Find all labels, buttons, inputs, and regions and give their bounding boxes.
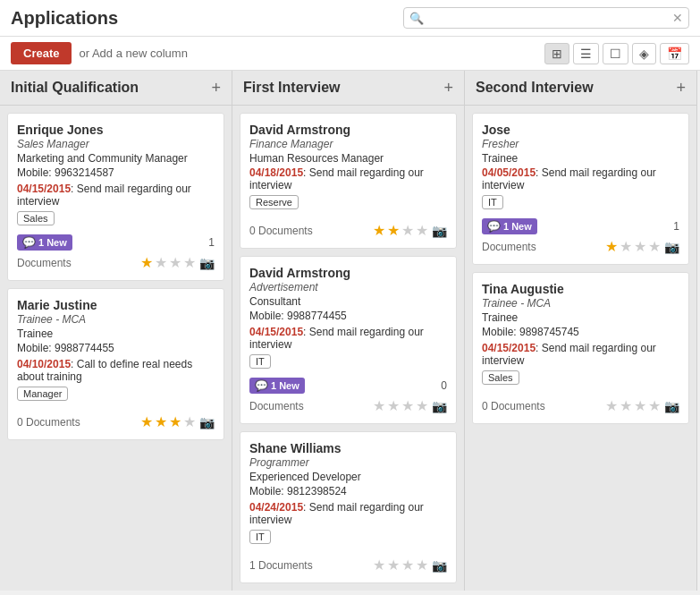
calendar-view-button[interactable]: 📅: [660, 43, 689, 64]
alert-date: 04/18/2015: [249, 166, 303, 179]
kanban-card[interactable]: Enrique JonesSales ManagerMarketing and …: [7, 113, 224, 281]
pivot-view-button[interactable]: ◈: [632, 43, 656, 64]
star-2[interactable]: ★: [155, 413, 167, 430]
card-alert: 04/10/2015: Call to define real needs ab…: [17, 358, 215, 383]
create-button[interactable]: Create: [11, 42, 72, 64]
star-2[interactable]: ★: [620, 238, 632, 255]
alert-date: 04/05/2015: [482, 166, 536, 179]
card-footer-row: 💬 1 New 1: [17, 234, 215, 251]
star-rating: ★★★★: [373, 557, 428, 574]
chat-icon: 💬: [487, 220, 501, 233]
card-footer: 1 Documents★★★★📷: [249, 557, 447, 574]
star-4[interactable]: ★: [648, 397, 661, 414]
list-view-button[interactable]: ☰: [573, 43, 599, 64]
star-4[interactable]: ★: [416, 222, 428, 239]
new-messages-badge[interactable]: 💬 1 New: [249, 378, 305, 394]
alert-date: 04/15/2015: [482, 342, 536, 354]
search-icon: 🔍: [409, 12, 424, 25]
card-name: Shane Williams: [249, 441, 447, 455]
footer-right: ★★★★📷: [140, 254, 215, 271]
column-first_interview: First Interview +David ArmstrongFinance …: [232, 71, 465, 591]
cards-container-second_interview: JoseFresherTrainee04/05/2015: Send mail …: [465, 106, 696, 431]
camera-icon[interactable]: 📷: [432, 399, 447, 413]
card-mobile: Mobile: 9963214587: [17, 166, 215, 179]
star-3[interactable]: ★: [401, 222, 414, 239]
column-header-second_interview: Second Interview +: [465, 71, 696, 106]
card-footer: Documents★★★★📷: [17, 254, 215, 271]
star-4[interactable]: ★: [183, 254, 196, 271]
star-4[interactable]: ★: [416, 557, 428, 574]
star-3[interactable]: ★: [634, 238, 646, 255]
documents-link[interactable]: Documents: [482, 241, 536, 253]
star-4[interactable]: ★: [183, 413, 196, 430]
camera-icon[interactable]: 📷: [664, 240, 679, 254]
star-1[interactable]: ★: [140, 413, 153, 430]
footer-right: ★★★★📷: [605, 397, 679, 414]
star-2[interactable]: ★: [620, 397, 632, 414]
card-alert: 04/15/2015: Send mail regarding our inte…: [482, 342, 679, 367]
camera-icon[interactable]: 📷: [199, 256, 215, 270]
app-title: Applications: [11, 8, 118, 29]
star-2[interactable]: ★: [387, 222, 400, 239]
card-position: Trainee: [482, 311, 679, 324]
documents-link[interactable]: 0 Documents: [482, 400, 545, 412]
documents-link[interactable]: 0 Documents: [17, 416, 80, 429]
star-3[interactable]: ★: [401, 557, 414, 574]
kanban-board: Initial Qualification +Enrique JonesSale…: [0, 71, 700, 591]
star-4[interactable]: ★: [416, 397, 428, 414]
new-messages-badge[interactable]: 💬 1 New: [17, 234, 72, 251]
card-mobile: Mobile: 9898745745: [482, 326, 679, 338]
documents-link[interactable]: 0 Documents: [249, 225, 313, 237]
card-footer: 0 Documents★★★★📷: [482, 397, 679, 414]
star-1[interactable]: ★: [373, 397, 385, 414]
star-1[interactable]: ★: [373, 557, 385, 574]
star-4[interactable]: ★: [648, 238, 661, 255]
documents-link[interactable]: Documents: [249, 400, 304, 412]
top-bar: Applications 🔍 ✕: [0, 0, 700, 37]
star-2[interactable]: ★: [155, 254, 167, 271]
documents-link[interactable]: Documents: [17, 257, 72, 269]
card-name: Jose: [482, 123, 679, 137]
star-1[interactable]: ★: [140, 254, 153, 271]
add-card-button-second_interview[interactable]: +: [676, 80, 686, 96]
star-2[interactable]: ★: [387, 557, 400, 574]
card-role: Trainee - MCA: [17, 313, 215, 326]
search-box: 🔍 ✕: [403, 7, 689, 29]
kanban-view-button[interactable]: ⊞: [544, 43, 569, 64]
kanban-card[interactable]: Tina AugustieTrainee - MCATraineeMobile:…: [472, 272, 689, 424]
camera-icon[interactable]: 📷: [199, 415, 215, 429]
new-messages-badge[interactable]: 💬 1 New: [482, 218, 537, 234]
view-switcher: ⊞ ☰ ☐ ◈ 📅: [544, 43, 689, 64]
star-2[interactable]: ★: [387, 397, 400, 414]
camera-icon[interactable]: 📷: [664, 399, 679, 413]
star-3[interactable]: ★: [401, 397, 414, 414]
kanban-card[interactable]: Shane WilliamsProgrammerExperienced Deve…: [240, 431, 457, 583]
search-input[interactable]: [427, 12, 672, 25]
camera-icon[interactable]: 📷: [432, 224, 447, 238]
camera-icon[interactable]: 📷: [432, 558, 447, 573]
add-card-button-first_interview[interactable]: +: [443, 80, 453, 96]
card-position: Experienced Developer: [249, 471, 447, 483]
clear-icon[interactable]: ✕: [672, 11, 683, 25]
card-tag: IT: [249, 354, 271, 369]
card-role: Advertisement: [249, 281, 447, 293]
star-1[interactable]: ★: [605, 238, 618, 255]
star-1[interactable]: ★: [605, 397, 618, 414]
add-card-button-initial_qualification[interactable]: +: [211, 80, 221, 96]
star-3[interactable]: ★: [169, 413, 181, 430]
chat-icon: 💬: [22, 236, 36, 249]
add-column-anchor[interactable]: or Add a new column: [79, 47, 187, 60]
star-3[interactable]: ★: [169, 254, 181, 271]
documents-link[interactable]: 1 Documents: [249, 559, 313, 572]
kanban-card[interactable]: David ArmstrongFinance ManagerHuman Reso…: [240, 113, 457, 249]
star-rating: ★★★★: [605, 397, 661, 414]
card-tag: Sales: [482, 370, 519, 385]
star-rating: ★★★★: [373, 222, 428, 239]
kanban-card[interactable]: David ArmstrongAdvertisementConsultantMo…: [240, 256, 457, 424]
star-1[interactable]: ★: [373, 222, 385, 239]
kanban-card[interactable]: JoseFresherTrainee04/05/2015: Send mail …: [472, 113, 689, 265]
star-3[interactable]: ★: [634, 397, 646, 414]
card-alert: 04/15/2015: Send mail regarding our inte…: [17, 183, 215, 208]
kanban-card[interactable]: Marie JustineTrainee - MCATraineeMobile:…: [7, 288, 224, 440]
mobile-view-button[interactable]: ☐: [603, 43, 628, 64]
